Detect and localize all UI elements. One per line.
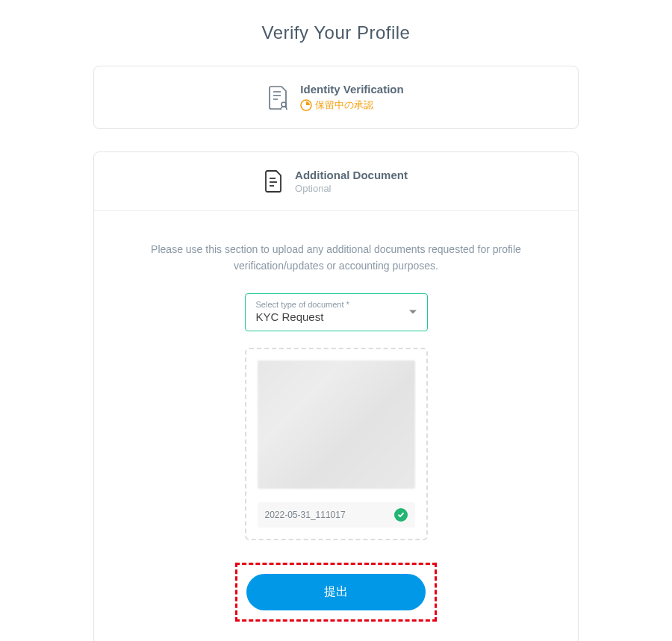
- identity-card-text: Identity Verification 保留中の承認: [300, 83, 403, 112]
- doc-card-text: Additional Document Optional: [295, 169, 408, 194]
- upload-dropzone[interactable]: 2022-05-31_111017: [245, 348, 428, 540]
- upload-instruction: Please use this section to upload any ad…: [139, 241, 533, 275]
- identity-status-text: 保留中の承認: [315, 99, 373, 112]
- identity-status: 保留中の承認: [300, 99, 403, 112]
- identity-verification-card: Identity Verification 保留中の承認: [93, 66, 579, 129]
- uploaded-thumbnail: [258, 360, 415, 489]
- card-header: Identity Verification 保留中の承認: [94, 66, 578, 128]
- chevron-down-icon: [409, 310, 417, 314]
- select-label: Select type of document *: [256, 300, 417, 309]
- document-icon: [264, 169, 284, 193]
- doc-card-body: Please use this section to upload any ad…: [94, 210, 578, 641]
- uploaded-file-name: 2022-05-31_111017: [265, 510, 346, 520]
- page-title: Verify Your Profile: [0, 22, 672, 43]
- identity-document-icon: [268, 85, 289, 110]
- document-type-select[interactable]: Select type of document * KYC Request: [245, 293, 428, 331]
- additional-document-card: Additional Document Optional Please use …: [93, 151, 579, 641]
- doc-card-title: Additional Document: [295, 169, 408, 181]
- svg-point-3: [281, 102, 286, 107]
- doc-card-subtitle: Optional: [295, 183, 408, 194]
- identity-card-title: Identity Verification: [300, 83, 403, 96]
- checkmark-icon: [394, 508, 408, 522]
- uploaded-file-row: 2022-05-31_111017: [258, 502, 415, 528]
- select-value: KYC Request: [256, 310, 417, 323]
- submit-button[interactable]: 提出: [246, 574, 426, 610]
- doc-card-header: Additional Document Optional: [94, 152, 578, 210]
- submit-highlight-frame: 提出: [235, 563, 437, 622]
- pending-icon: [300, 99, 312, 111]
